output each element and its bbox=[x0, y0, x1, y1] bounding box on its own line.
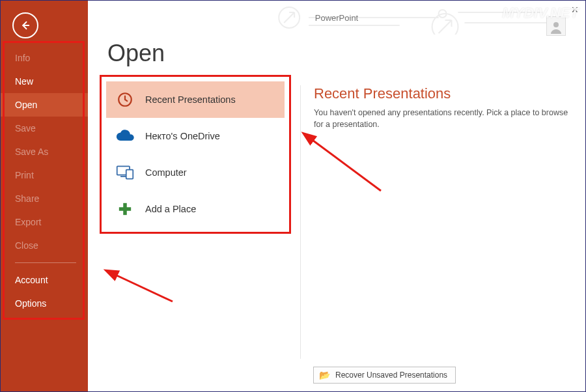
recent-body: You haven't opened any presentations rec… bbox=[314, 107, 578, 130]
sidebar-divider bbox=[15, 262, 76, 263]
arrow-left-icon bbox=[20, 20, 31, 31]
svg-point-9 bbox=[553, 22, 559, 27]
computer-icon bbox=[114, 165, 136, 180]
backstage-sidebar: Info New Open Save Save As Print Share E… bbox=[1, 1, 88, 391]
user-avatar[interactable] bbox=[546, 16, 566, 36]
svg-line-16 bbox=[114, 274, 173, 301]
onedrive-icon bbox=[114, 130, 136, 143]
plus-icon bbox=[114, 202, 136, 216]
sidebar-item-info: Info bbox=[1, 46, 88, 70]
titlebar: PowerPoint ✕ MYDIV.NET bbox=[88, 1, 585, 35]
location-label: Recent Presentations bbox=[145, 94, 236, 105]
person-icon bbox=[548, 20, 564, 35]
svg-rect-13 bbox=[126, 170, 133, 179]
sidebar-item-close: Close bbox=[1, 234, 88, 257]
sidebar-item-new[interactable]: New bbox=[1, 70, 88, 93]
folder-icon: 📂 bbox=[319, 370, 330, 380]
back-button[interactable] bbox=[12, 12, 38, 38]
sidebar-item-share: Share bbox=[1, 187, 88, 210]
recent-heading: Recent Presentations bbox=[314, 85, 578, 102]
recover-label: Recover Unsaved Presentations bbox=[335, 371, 447, 380]
recent-pane: Recent Presentations You haven't opened … bbox=[300, 85, 578, 359]
sidebar-item-print: Print bbox=[1, 163, 88, 187]
location-label: Некто's OneDrive bbox=[145, 131, 220, 141]
location-recent[interactable]: Recent Presentations bbox=[106, 81, 285, 118]
sidebar-item-saveas: Save As bbox=[1, 140, 88, 163]
app-title: PowerPoint bbox=[315, 13, 358, 23]
location-add-place[interactable]: Add a Place bbox=[106, 191, 285, 227]
sidebar-item-export: Export bbox=[1, 210, 88, 234]
location-computer[interactable]: Computer bbox=[106, 154, 285, 191]
sidebar-item-account[interactable]: Account bbox=[1, 268, 88, 292]
location-label: Computer bbox=[145, 167, 187, 178]
page-title: Open bbox=[107, 40, 585, 67]
sidebar-item-open[interactable]: Open bbox=[1, 93, 88, 117]
open-locations-list: Recent Presentations Некто's OneDrive Co… bbox=[106, 81, 285, 227]
svg-rect-15 bbox=[119, 207, 131, 211]
content-area: Open Recent Presentations Некто's OneDri… bbox=[88, 35, 585, 391]
location-label: Add a Place bbox=[145, 204, 196, 214]
sidebar-item-options[interactable]: Options bbox=[1, 292, 88, 315]
clock-icon bbox=[114, 91, 136, 108]
recover-unsaved-button[interactable]: 📂 Recover Unsaved Presentations bbox=[313, 367, 456, 384]
annotation-arrow-sidebar bbox=[107, 269, 179, 311]
svg-rect-12 bbox=[120, 176, 126, 177]
window-close-button[interactable]: ✕ bbox=[568, 3, 581, 16]
sidebar-item-save: Save bbox=[1, 117, 88, 140]
location-onedrive[interactable]: Некто's OneDrive bbox=[106, 118, 285, 154]
close-icon: ✕ bbox=[571, 5, 579, 15]
